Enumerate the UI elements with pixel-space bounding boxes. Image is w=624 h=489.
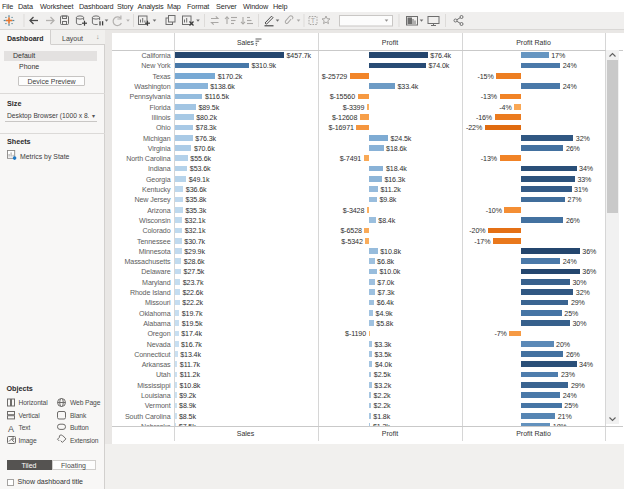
svg-text:A: A (8, 424, 14, 434)
svg-text:T: T (311, 17, 316, 24)
